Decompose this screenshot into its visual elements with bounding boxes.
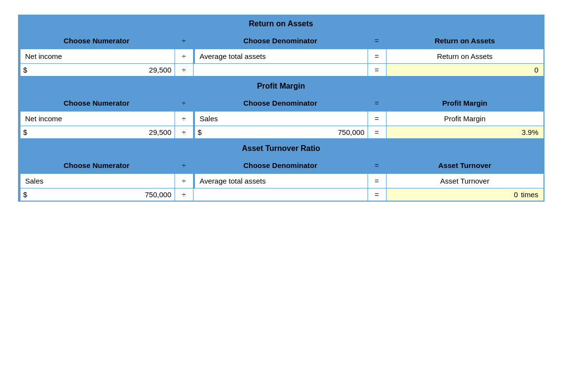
asset-turnover-section: Asset Turnover Ratio Choose Numerator ÷ … [18,139,544,202]
header-numerator-1: Choose Numerator [19,33,175,49]
denom-dollar-sign-2: $ [198,128,202,136]
header-result-3: Asset Turnover [387,157,543,173]
value-result-1: 0 [387,64,543,76]
amount-2: 29,500 [29,128,172,136]
label-eq-1: = [368,49,387,63]
header-eq-3: = [368,157,387,173]
header-result-1: Return on Assets [387,33,543,49]
label-numerator-2: Net income [19,112,175,126]
label-op-3: ÷ [175,174,194,188]
return-on-assets-section: Return on Assets Choose Numerator ÷ Choo… [18,15,544,77]
label-denominator-1: Average total assets [194,49,368,63]
value-numerator-1: $ 29,500 [19,64,175,76]
amount-1: 29,500 [29,66,172,74]
value-op-3: ÷ [175,188,194,201]
denominator-input-1[interactable] [196,66,365,74]
header-numerator-3: Choose Numerator [19,157,175,173]
label-op-2: ÷ [175,112,194,126]
label-numerator-3: Sales [19,174,175,188]
value-denominator-1[interactable] [194,64,368,76]
header-denominator-2: Choose Denominator [194,95,368,111]
value-op-1: ÷ [175,64,194,76]
result-unit-3: times [521,190,539,199]
asset-turnover-value-row: $ 750,000 ÷ = 0 times [19,188,543,201]
profit-margin-label-row: Net income ÷ Sales = Profit Margin [19,111,543,126]
label-result-2: Profit Margin [387,112,543,126]
value-result-3: 0 times [387,188,543,201]
value-op-2: ÷ [175,126,194,138]
profit-margin-block: Profit Margin Choose Numerator ÷ Choose … [18,77,544,139]
return-on-assets-value-row: $ 29,500 ÷ = 0 [19,63,543,76]
profit-margin-value-row: $ 29,500 ÷ $ 750,000 = 3.9% [19,126,543,138]
return-on-assets-block: Return on Assets Choose Numerator ÷ Choo… [18,15,544,77]
denom-amount-2: 750,000 [204,128,365,136]
return-on-assets-title: Return on Assets [19,16,543,32]
asset-turnover-title: Asset Turnover Ratio [19,140,543,157]
header-op-1: ÷ [175,33,194,49]
asset-turnover-label-row: Sales ÷ Average total assets = Asset Tur… [19,173,543,188]
asset-turnover-header-row: Choose Numerator ÷ Choose Denominator = … [19,157,543,173]
header-eq-1: = [368,33,387,49]
result-value-3: 0 [514,190,518,199]
header-op-3: ÷ [175,157,194,173]
header-result-2: Profit Margin [387,95,543,111]
value-numerator-3: $ 750,000 [19,188,175,201]
header-eq-2: = [368,95,387,111]
dollar-sign-2: $ [23,128,27,136]
value-numerator-2: $ 29,500 [19,126,175,138]
label-op-1: ÷ [175,49,194,63]
value-eq-1: = [368,64,387,76]
value-denominator-2: $ 750,000 [194,126,368,138]
return-on-assets-label-row: Net income ÷ Average total assets = Retu… [19,49,543,63]
profit-margin-header-row: Choose Numerator ÷ Choose Denominator = … [19,94,543,111]
main-container: Return on Assets Choose Numerator ÷ Choo… [18,15,544,202]
header-denominator-3: Choose Denominator [194,157,368,173]
value-result-2: 3.9% [387,126,543,138]
dollar-sign-1: $ [23,66,27,74]
profit-margin-title: Profit Margin [19,78,543,94]
amount-3: 750,000 [29,190,172,199]
value-eq-2: = [368,126,387,138]
label-denominator-3: Average total assets [194,174,368,188]
label-denominator-2: Sales [194,112,368,126]
dollar-sign-3: $ [23,190,27,199]
value-eq-3: = [368,188,387,201]
label-eq-2: = [368,112,387,126]
label-numerator-1: Net income [19,49,175,63]
denominator-input-3[interactable] [196,190,365,199]
label-result-3: Asset Turnover [387,174,543,188]
return-on-assets-header-row: Choose Numerator ÷ Choose Denominator = … [19,32,543,49]
label-eq-3: = [368,174,387,188]
value-denominator-3[interactable] [194,188,368,201]
profit-margin-section: Profit Margin Choose Numerator ÷ Choose … [18,77,544,139]
header-op-2: ÷ [175,95,194,111]
header-denominator-1: Choose Denominator [194,33,368,49]
asset-turnover-block: Asset Turnover Ratio Choose Numerator ÷ … [18,139,544,202]
header-numerator-2: Choose Numerator [19,95,175,111]
label-result-1: Return on Assets [387,49,543,63]
